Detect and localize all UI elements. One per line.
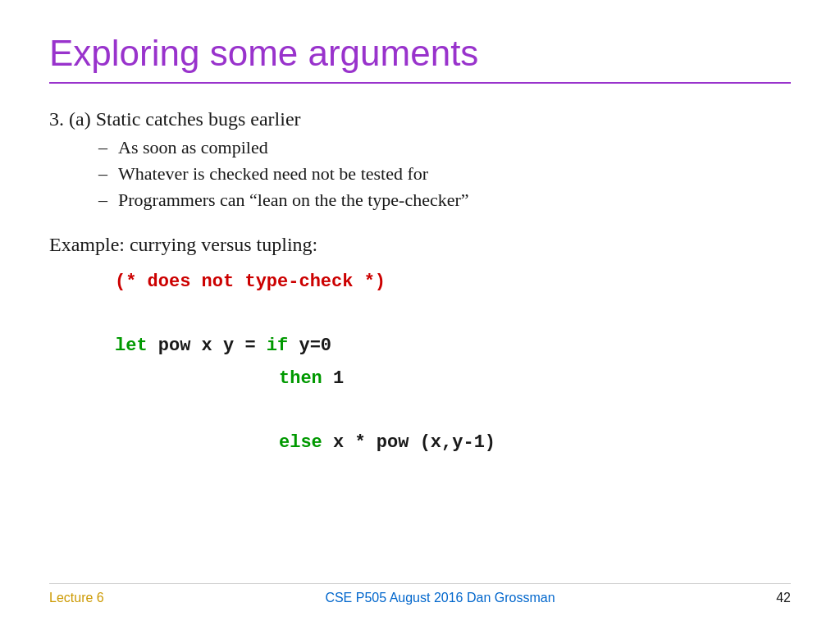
footer-page: 42 (776, 591, 791, 605)
code-let: let (115, 336, 148, 356)
slide-title: Exploring some arguments (49, 33, 791, 74)
main-point: 3. (a) Static catches bugs earlier (49, 108, 791, 130)
list-item: Programmers can “lean on the the type-ch… (98, 189, 791, 211)
slide: Exploring some arguments 3. (a) Static c… (0, 0, 840, 630)
footer-lecture: Lecture 6 (49, 591, 104, 605)
code-line1: let pow x y = if y=0 (115, 331, 791, 360)
code-line2: then 1 (115, 364, 791, 393)
code-then-val: 1 (322, 368, 344, 389)
slide-content: 3. (a) Static catches bugs earlier As so… (49, 108, 791, 583)
code-else-val: x * pow (x,y-1) (322, 432, 495, 453)
example-intro: Example: currying versus tupling: (49, 234, 791, 256)
title-divider (49, 82, 791, 84)
code-then: then (279, 368, 322, 389)
code-line-blank (115, 299, 791, 328)
code-if: if (267, 336, 288, 356)
sub-list: As soon as compiled Whatever is checked … (98, 137, 791, 211)
code-else: else (279, 432, 322, 453)
code-comment-line: (* does not type-check *) (115, 267, 791, 296)
code-line-blank2 (115, 396, 791, 425)
code-pow-xy: pow x y = (148, 336, 267, 356)
list-item: As soon as compiled (98, 137, 791, 158)
code-comment: (* does not type-check *) (115, 272, 386, 292)
footer-course: CSE P505 August 2016 Dan Grossman (325, 591, 555, 605)
slide-footer: Lecture 6 CSE P505 August 2016 Dan Gross… (49, 583, 791, 605)
code-block: (* does not type-check *) let pow x y = … (115, 267, 791, 457)
code-y0: y=0 (288, 336, 331, 356)
code-line3: else x * pow (x,y-1) (115, 428, 791, 457)
list-item: Whatever is checked need not be tested f… (98, 163, 791, 185)
